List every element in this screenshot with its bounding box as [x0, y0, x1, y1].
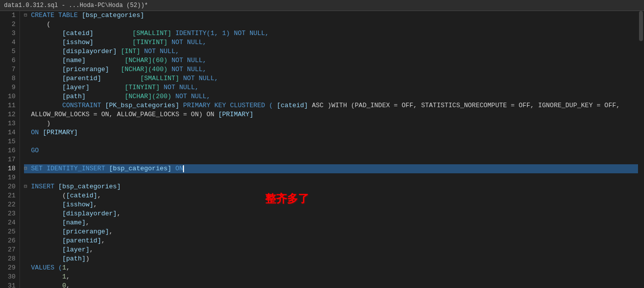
token: ,: [90, 245, 94, 254]
token: [name]: [62, 218, 86, 227]
fold-indicator: [24, 254, 31, 263]
line-number: 7: [4, 65, 16, 74]
fold-indicator[interactable]: ⊟: [24, 11, 31, 20]
fold-indicator: [24, 173, 31, 182]
line-number: 4: [4, 38, 16, 47]
token: (: [31, 191, 66, 200]
token: [parentid]: [62, 74, 101, 83]
code-line: [name],: [24, 218, 644, 227]
token: ,: [66, 263, 70, 272]
token: [displayorder]: [62, 209, 116, 218]
scrollbar-thumb[interactable]: [639, 11, 643, 41]
token: [TINYINT]: [132, 38, 168, 47]
token: ,: [66, 272, 70, 281]
token: [31, 74, 62, 83]
token: CREATE TABLE: [31, 11, 82, 20]
line-number: 20: [4, 182, 16, 191]
line-number: 17: [4, 155, 16, 164]
code-line: ([cateid],: [24, 191, 644, 200]
token: [31, 65, 62, 74]
fold-indicator: [24, 74, 31, 83]
code-line: (: [24, 20, 644, 29]
token: VALUES (: [31, 263, 62, 272]
token: ,: [94, 200, 98, 209]
line-number: 23: [4, 209, 16, 218]
token: CONSTRAINT: [31, 101, 105, 110]
fold-indicator: [24, 227, 31, 236]
line-number: 22: [4, 200, 16, 209]
token: [parentid]: [62, 236, 101, 245]
line-number: 3: [4, 29, 16, 38]
fold-indicator[interactable]: ⊟: [24, 164, 31, 173]
token: [layer]: [62, 83, 90, 92]
token: [bsp_categories]: [82, 11, 144, 20]
line-number: 8: [4, 74, 16, 83]
line-number: 30: [4, 272, 16, 281]
line-number: 27: [4, 245, 16, 254]
token: [isshow]: [62, 38, 93, 47]
fold-indicator: [24, 209, 31, 218]
token: [31, 236, 62, 245]
code-line: VALUES (1,: [24, 263, 644, 272]
token: [31, 227, 62, 236]
code-line: ALLOW_ROW_LOCKS = ON, ALLOW_PAGE_LOCKS =…: [24, 110, 644, 119]
line-number: 18: [4, 164, 16, 173]
token: [cateid]: [277, 101, 308, 110]
code-line: [24, 137, 644, 146]
fold-indicator: [24, 272, 31, 281]
fold-indicator: [24, 245, 31, 254]
code-line: [24, 155, 644, 164]
token: 1: [62, 263, 66, 272]
token: [86, 56, 124, 65]
fold-indicator: [24, 29, 31, 38]
token: [94, 29, 132, 38]
line-number: 1: [4, 11, 16, 20]
fold-indicator: [24, 137, 31, 146]
token: ASC )WITH (PAD_INDEX = OFF, STATISTICS_N…: [308, 101, 620, 110]
token: [PK_bsp_categories]: [105, 101, 179, 110]
token: [cateid]: [66, 191, 97, 200]
fold-indicator: [24, 146, 31, 155]
line-number: 9: [4, 83, 16, 92]
token: [INT]: [120, 47, 140, 56]
code-area[interactable]: ⊟CREATE TABLE [bsp_categories] ( [cateid…: [20, 11, 644, 288]
token: ,: [117, 209, 121, 218]
code-line: [pricerange],: [24, 227, 644, 236]
code-line: [24, 173, 644, 182]
token: ,: [98, 191, 102, 200]
token: NOT NULL,: [172, 92, 210, 101]
line-number: 6: [4, 56, 16, 65]
token: NOT NULL,: [140, 47, 179, 56]
code-line: [layer],: [24, 245, 644, 254]
code-line: [parentid] [SMALLINT] NOT NULL,: [24, 74, 644, 83]
code-line: [displayorder] [INT] NOT NULL,: [24, 47, 644, 56]
token: [isshow]: [62, 200, 93, 209]
editor-container: 1234567891011121314151617181920212223242…: [0, 11, 644, 288]
text-cursor: [183, 165, 184, 172]
fold-indicator[interactable]: ⊟: [24, 182, 31, 191]
token: [layer]: [62, 245, 90, 254]
token: [SMALLINT]: [140, 74, 179, 83]
token: 0: [62, 281, 66, 288]
code-line: 0,: [24, 281, 644, 288]
token: ): [86, 254, 90, 263]
token: NOT NULL,: [160, 83, 198, 92]
line-number: 28: [4, 254, 16, 263]
scrollbar-vertical[interactable]: [638, 11, 644, 288]
token: GO: [31, 146, 39, 155]
fold-indicator: [24, 119, 31, 128]
token: [94, 38, 132, 47]
fold-indicator: [24, 191, 31, 200]
token: ): [31, 119, 50, 128]
line-number: 10: [4, 92, 16, 101]
line-number: 12: [4, 110, 16, 119]
line-number: 29: [4, 263, 16, 272]
fold-indicator: [24, 281, 31, 288]
token: [TINYINT]: [124, 83, 160, 92]
token: PRIMARY KEY CLUSTERED (: [179, 101, 276, 110]
fold-indicator: [24, 47, 31, 56]
code-line: [name] [NCHAR](60) NOT NULL,: [24, 56, 644, 65]
token: [PRIMARY]: [42, 128, 78, 137]
token: [31, 281, 62, 288]
token: ON: [31, 128, 42, 137]
